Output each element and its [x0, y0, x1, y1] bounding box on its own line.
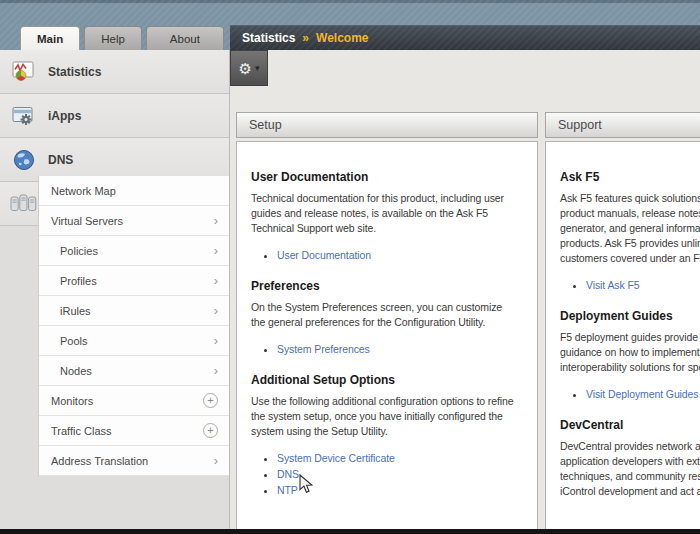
section-text-line: system using the Setup Utility.: [251, 424, 523, 439]
link-system-device-certificate[interactable]: System Device Certificate: [277, 452, 395, 464]
section-heading-additional-setup-options: Additional Setup Options: [251, 373, 523, 387]
chevron-right-icon: ›: [214, 304, 218, 317]
section-text-line: Use the following additional configurati…: [251, 394, 523, 409]
breadcrumb-page: Welcome: [316, 31, 368, 45]
section-text-line: Technical documentation for this product…: [251, 191, 523, 206]
section-text-line: products. Ask F5 provides unlim: [560, 236, 700, 251]
sidebar-subitem-network-map[interactable]: Network Map: [39, 176, 229, 206]
section-text-line: application developers with exte: [560, 454, 700, 469]
support-panel: Support Ask F5Ask F5 features quick solu…: [545, 112, 700, 534]
link-user-documentation[interactable]: User Documentation: [277, 249, 371, 261]
setup-panel-header: Setup: [236, 112, 538, 138]
link-visit-deployment-guides[interactable]: Visit Deployment Guides: [586, 388, 698, 400]
section-text-line: iControl development and act a: [560, 484, 700, 499]
tab-main[interactable]: Main: [20, 26, 80, 50]
chevron-right-icon: ›: [214, 454, 218, 467]
sidebar-item-label: DNS: [48, 153, 73, 167]
section-link-list: Visit Deployment Guides: [560, 386, 700, 402]
subitem-label: Address Translation: [51, 455, 148, 467]
statistics-chart-icon: [10, 61, 37, 82]
setup-panel: Setup User DocumentationTechnical docume…: [236, 112, 538, 534]
section-text-line: guidance on how to implement t: [560, 345, 700, 360]
chevron-right-icon: ›: [214, 364, 218, 377]
section-heading-deployment-guides: Deployment Guides: [560, 309, 700, 323]
sidebar-subitem-nodes[interactable]: Nodes›: [39, 356, 229, 386]
section-text-line: guides and release notes, is available o…: [251, 206, 523, 221]
breadcrumb-section: Statistics: [242, 31, 295, 45]
globe-icon: [10, 149, 37, 171]
section-text-line: interoperability solutions for spe: [560, 360, 700, 375]
gear-icon: ⚙: [239, 61, 252, 76]
link-list-item: System Preferences: [277, 341, 523, 357]
subitem-label: Policies: [60, 245, 98, 257]
section-heading-devcentral: DevCentral: [560, 418, 700, 432]
setup-panel-body: User DocumentationTechnical documentatio…: [236, 141, 538, 534]
section-text-line: generator, and general informat: [560, 221, 700, 236]
tab-help[interactable]: Help: [84, 26, 142, 50]
sidebar-subitem-monitors[interactable]: Monitors+: [39, 386, 229, 416]
section-heading-user-documentation: User Documentation: [251, 170, 523, 184]
sidebar-subitem-profiles[interactable]: Profiles›: [39, 266, 229, 296]
section-link-list: System Preferences: [251, 341, 523, 357]
subitem-label: Nodes: [60, 365, 92, 377]
link-list-item: User Documentation: [277, 247, 523, 263]
sidebar-item-label: iApps: [48, 109, 81, 123]
screenshot-bottom-border: [0, 529, 700, 534]
local-traffic-submenu: Network MapVirtual Servers›Policies›Prof…: [38, 176, 229, 476]
chevron-right-icon: ›: [214, 334, 218, 347]
main-tab-bar: MainHelpAbout: [20, 26, 224, 50]
section-text-line: the general preferences for the Configur…: [251, 315, 523, 330]
settings-menu-button[interactable]: ⚙ ▾: [230, 50, 268, 86]
sidebar-subitem-policies[interactable]: Policies›: [39, 236, 229, 266]
breadcrumb-separator: »: [302, 31, 309, 45]
section-link-list: System Device CertificateDNSNTP: [251, 450, 523, 498]
link-list-item: NTP: [277, 482, 523, 498]
section-link-list: Visit Ask F5: [560, 277, 700, 293]
section-text-line: Technical Support web site.: [251, 221, 523, 236]
subitem-label: Monitors: [51, 395, 93, 407]
subitem-label: Virtual Servers: [51, 215, 123, 227]
subitem-label: Pools: [60, 335, 88, 347]
chevron-down-icon: ▾: [255, 64, 260, 73]
bigip-configuration-utility-window: MainHelpAbout Statistics » Welcome ⚙ ▾ S…: [0, 0, 700, 534]
sidebar-subitem-irules[interactable]: iRules›: [39, 296, 229, 326]
link-list-item: Visit Ask F5: [586, 277, 700, 293]
link-system-preferences[interactable]: System Preferences: [277, 343, 370, 355]
support-panel-body: Ask F5Ask F5 features quick solutionspro…: [545, 141, 700, 534]
chevron-right-icon: ›: [214, 244, 218, 257]
section-heading-preferences: Preferences: [251, 279, 523, 293]
section-text-line: the system setup, once you have initiall…: [251, 409, 523, 424]
section-text-line: F5 deployment guides provide s: [560, 330, 700, 345]
section-text-line: product manuals, release notes: [560, 206, 700, 221]
link-list-item: Visit Deployment Guides: [586, 386, 700, 402]
chevron-right-icon: ›: [214, 214, 218, 227]
breadcrumb: Statistics » Welcome: [230, 25, 700, 50]
subitem-label: Traffic Class: [51, 425, 112, 437]
link-list-item: DNS: [277, 466, 523, 482]
server-stack-icon: [10, 194, 37, 214]
link-ntp[interactable]: NTP: [277, 484, 298, 496]
link-dns[interactable]: DNS: [277, 468, 299, 480]
sidebar-item-iapps[interactable]: iApps: [0, 94, 229, 138]
subitem-label: Profiles: [60, 275, 97, 287]
expand-plus-icon: +: [203, 393, 218, 408]
welcome-content: Setup User DocumentationTechnical docume…: [236, 112, 700, 534]
sidebar-item-label: Statistics: [48, 65, 101, 79]
sidebar-subitem-traffic-class[interactable]: Traffic Class+: [39, 416, 229, 446]
link-list-item: System Device Certificate: [277, 450, 523, 466]
section-link-list: User Documentation: [251, 247, 523, 263]
sidebar-subitem-address-translation[interactable]: Address Translation›: [39, 446, 229, 476]
support-panel-header: Support: [545, 112, 700, 138]
iapps-window-icon: [10, 106, 37, 126]
sidebar-item-statistics[interactable]: Statistics: [0, 50, 229, 94]
sidebar-subitem-pools[interactable]: Pools›: [39, 326, 229, 356]
section-text-line: On the System Preferences screen, you ca…: [251, 300, 523, 315]
section-text-line: DevCentral provides network ar: [560, 439, 700, 454]
section-text-line: customers covered under an F5: [560, 251, 700, 266]
subitem-label: Network Map: [51, 185, 116, 197]
link-visit-ask-f5[interactable]: Visit Ask F5: [586, 279, 639, 291]
chevron-right-icon: ›: [214, 274, 218, 287]
section-text-line: techniques, and community res: [560, 469, 700, 484]
sidebar-subitem-virtual-servers[interactable]: Virtual Servers›: [39, 206, 229, 236]
tab-about[interactable]: About: [146, 26, 224, 50]
